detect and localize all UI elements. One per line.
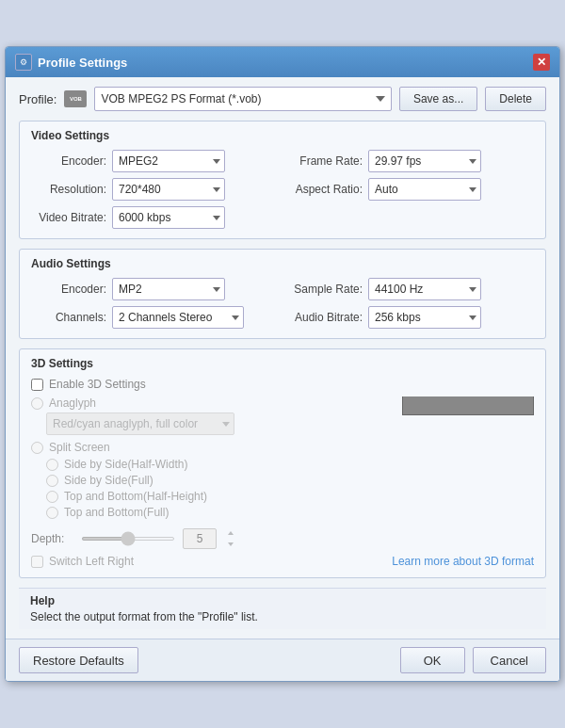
video-settings-title: Video Settings (31, 129, 534, 142)
3d-settings-section: 3D Settings Enable 3D Settings Anaglyph … (19, 348, 546, 578)
video-settings-grid: Encoder: MPEG2 Frame Rate: 29.97 fps Res… (31, 150, 534, 229)
title-bar-left: ⚙ Profile Settings (15, 54, 127, 71)
profile-label: Profile: (19, 92, 56, 106)
help-section: Help Select the output format from the "… (19, 588, 546, 629)
3d-left-column: Anaglyph Red/cyan anaglyph, full color S… (31, 396, 388, 523)
aspect-ratio-label: Aspect Ratio: (287, 183, 363, 196)
side-by-side-full-radio[interactable] (46, 475, 58, 487)
close-button[interactable]: ✕ (533, 54, 550, 71)
resolution-row: Resolution: 720*480 (31, 178, 278, 201)
sample-rate-select[interactable]: 44100 Hz (368, 278, 481, 300)
depth-slider (81, 537, 175, 541)
side-by-side-half-label: Side by Side(Half-Width) (64, 458, 187, 471)
aspect-ratio-row: Aspect Ratio: Auto (287, 178, 534, 201)
audio-encoder-label: Encoder: (31, 283, 106, 296)
restore-defaults-button[interactable]: Restore Defaults (19, 647, 138, 673)
audio-settings-section: Audio Settings Encoder: MP2 Sample Rate:… (19, 249, 546, 339)
ok-button[interactable]: OK (400, 647, 465, 673)
encoder-select[interactable]: MPEG2 (112, 150, 225, 172)
3d-preview-area: A A (402, 396, 534, 415)
audio-bitrate-select[interactable]: 256 kbps (368, 306, 481, 329)
dialog-footer: Restore Defaults OK Cancel (6, 639, 559, 681)
dialog-icon: ⚙ (15, 54, 32, 71)
profile-icon-text: VOB (70, 96, 82, 102)
delete-button[interactable]: Delete (485, 87, 546, 111)
resolution-label: Resolution: (31, 183, 106, 196)
audio-bitrate-label: Audio Bitrate: (287, 311, 363, 324)
video-bitrate-select[interactable]: 6000 kbps (112, 206, 225, 229)
dialog-content: Profile: VOB VOB MPEG2 PS Format (*.vob)… (6, 77, 559, 639)
depth-spin-icon (224, 529, 237, 548)
profile-format-icon: VOB (64, 90, 87, 107)
top-bottom-half-radio[interactable] (46, 491, 58, 503)
anaglyph-radio-row: Anaglyph (31, 396, 388, 410)
channels-row: Channels: 2 Channels Stereo (31, 306, 278, 329)
split-screen-label: Split Screen (49, 441, 110, 454)
profile-select[interactable]: VOB MPEG2 PS Format (*.vob) (94, 87, 391, 111)
split-screen-radio[interactable] (31, 442, 43, 454)
frame-rate-label: Frame Rate: (287, 154, 363, 168)
profile-row: Profile: VOB VOB MPEG2 PS Format (*.vob)… (19, 87, 546, 111)
switch-left-right-checkbox (31, 556, 43, 568)
audio-encoder-row: Encoder: MP2 (31, 278, 278, 300)
side-by-side-full-row: Side by Side(Full) (46, 474, 388, 487)
enable-3d-label: Enable 3D Settings (49, 378, 146, 391)
sample-rate-label: Sample Rate: (287, 283, 363, 296)
sample-rate-row: Sample Rate: 44100 Hz (287, 278, 534, 300)
resolution-select[interactable]: 720*480 (112, 178, 225, 201)
footer-right-buttons: OK Cancel (400, 647, 546, 673)
video-bitrate-label: Video Bitrate: (31, 211, 106, 224)
split-screen-options: Side by Side(Half-Width) Side by Side(Fu… (46, 458, 388, 519)
3d-settings-title: 3D Settings (31, 357, 534, 370)
anaglyph-label: Anaglyph (49, 396, 96, 410)
top-bottom-half-label: Top and Bottom(Half-Height) (64, 490, 207, 503)
switch-left-right-label: Switch Left Right (49, 555, 134, 568)
learn-more-link[interactable]: Learn more about 3D format (392, 555, 534, 568)
top-bottom-half-row: Top and Bottom(Half-Height) (46, 490, 388, 503)
depth-label: Depth: (31, 532, 73, 545)
depth-value: 5 (183, 528, 217, 549)
audio-encoder-select[interactable]: MP2 (112, 278, 225, 300)
top-bottom-full-row: Top and Bottom(Full) (46, 506, 388, 519)
switch-row: Switch Left Right Learn more about 3D fo… (31, 555, 534, 568)
channels-label: Channels: (31, 311, 106, 324)
encoder-label: Encoder: (31, 154, 106, 168)
top-bottom-full-radio[interactable] (46, 507, 58, 519)
side-by-side-full-label: Side by Side(Full) (64, 474, 153, 487)
video-settings-section: Video Settings Encoder: MPEG2 Frame Rate… (19, 121, 546, 239)
depth-row: Depth: 5 (31, 528, 534, 549)
frame-rate-row: Frame Rate: 29.97 fps (287, 150, 534, 172)
audio-bitrate-row: Audio Bitrate: 256 kbps (287, 306, 534, 329)
encoder-row: Encoder: MPEG2 (31, 150, 278, 172)
top-bottom-full-label: Top and Bottom(Full) (64, 506, 169, 519)
anaglyph-radio[interactable] (31, 397, 43, 410)
enable-3d-checkbox[interactable] (31, 379, 43, 391)
switch-left: Switch Left Right (31, 555, 134, 568)
frame-rate-select[interactable]: 29.97 fps (368, 150, 481, 172)
channels-select[interactable]: 2 Channels Stereo (112, 306, 244, 329)
video-bitrate-row: Video Bitrate: 6000 kbps (31, 206, 278, 229)
audio-settings-grid: Encoder: MP2 Sample Rate: 44100 Hz Chann… (31, 278, 534, 329)
3d-content: Anaglyph Red/cyan anaglyph, full color S… (31, 396, 534, 523)
help-text: Select the output format from the "Profi… (30, 610, 535, 623)
cancel-button[interactable]: Cancel (473, 647, 546, 673)
title-bar: ⚙ Profile Settings ✕ (6, 47, 559, 77)
profile-settings-dialog: ⚙ Profile Settings ✕ Profile: VOB VOB MP… (5, 46, 560, 682)
save-as-button[interactable]: Save as... (399, 87, 477, 111)
side-by-side-half-row: Side by Side(Half-Width) (46, 458, 388, 471)
enable-3d-row: Enable 3D Settings (31, 378, 534, 391)
split-screen-radio-row: Split Screen (31, 441, 388, 454)
aspect-ratio-select[interactable]: Auto (368, 178, 481, 201)
side-by-side-half-radio[interactable] (46, 459, 58, 471)
anaglyph-select: Red/cyan anaglyph, full color (46, 413, 234, 435)
3d-preview-box: A A (402, 396, 534, 415)
audio-settings-title: Audio Settings (31, 257, 534, 270)
help-title: Help (30, 594, 535, 607)
dialog-title: Profile Settings (38, 56, 127, 70)
